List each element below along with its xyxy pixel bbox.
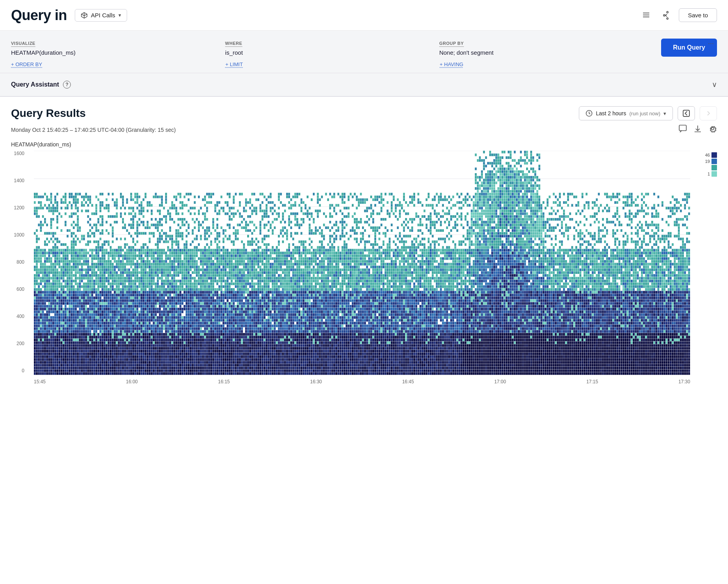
query-builder: VISUALIZE HEATMAP(duration_ms) WHERE is_… — [0, 31, 728, 73]
download-icon — [693, 124, 702, 133]
dataset-label: API Calls — [91, 12, 115, 18]
next-result-button[interactable] — [700, 106, 717, 120]
share-button[interactable] — [659, 9, 673, 22]
query-assistant-label-group: Query Assistant ? — [11, 81, 71, 89]
time-range-button[interactable]: Last 2 hours (run just now) ▾ — [579, 106, 673, 120]
dropdown-chevron-icon: ▾ — [118, 12, 121, 18]
download-button[interactable] — [693, 124, 702, 135]
x-label-1645: 16:45 — [402, 379, 414, 384]
results-header: Query Results Last 2 hours (run just now… — [11, 106, 717, 120]
y-label-1000: 1000 — [14, 232, 24, 238]
x-label-1615: 16:15 — [218, 379, 230, 384]
query-extras-row: + ORDER BY + LIMIT + HAVING — [11, 61, 717, 67]
y-axis: 1600 1400 1200 1000 800 600 400 200 0 — [11, 151, 28, 384]
legend-swatch-1 — [711, 171, 717, 177]
group-by-value[interactable]: None; don't segment — [439, 49, 653, 56]
collapse-chevron-icon: ∨ — [712, 80, 717, 89]
where-value[interactable]: is_root — [225, 49, 439, 56]
app-header: Query in API Calls ▾ Save to — [0, 0, 728, 31]
results-title: Query Results — [11, 107, 86, 120]
y-label-200: 200 — [17, 341, 24, 346]
legend-value-1: 1 — [708, 172, 710, 176]
x-label-1630: 16:30 — [310, 379, 322, 384]
limit-button[interactable]: + LIMIT — [225, 61, 440, 67]
x-label-1700: 17:00 — [494, 379, 506, 384]
more-options-button[interactable]: ··· — [705, 38, 717, 49]
dataset-dropdown[interactable]: API Calls ▾ — [75, 9, 127, 22]
clock-icon — [586, 110, 593, 117]
legend-item-46: 46 — [705, 152, 717, 158]
query-assistant-label: Query Assistant — [11, 81, 59, 88]
x-label-1600: 16:00 — [126, 379, 138, 384]
settings-icon — [708, 124, 717, 133]
heatmap-container: 1600 1400 1200 1000 800 600 400 200 0 — [11, 151, 717, 384]
x-label-1545: 15:45 — [34, 379, 46, 384]
legend-item-mid — [710, 165, 717, 170]
group-by-label: GROUP BY — [439, 41, 464, 47]
settings-button[interactable] — [708, 124, 717, 135]
svg-rect-4 — [683, 110, 689, 116]
chart-action-icons — [678, 124, 717, 135]
y-label-800: 800 — [17, 259, 24, 265]
y-label-1200: 1200 — [14, 205, 24, 211]
x-label-1715: 17:15 — [586, 379, 598, 384]
header-actions: Save to — [639, 8, 717, 22]
help-icon: ? — [63, 81, 71, 89]
where-label: WHERE — [225, 41, 242, 47]
query-assistant-section[interactable]: Query Assistant ? ∨ — [0, 73, 728, 96]
share-icon — [661, 11, 670, 20]
heatmap-canvas — [34, 151, 690, 375]
time-range-chevron-icon: ▾ — [663, 111, 666, 116]
results-section: Query Results Last 2 hours (run just now… — [0, 97, 728, 384]
y-label-1400: 1400 — [14, 178, 24, 183]
legend-swatch-46 — [711, 152, 717, 158]
legend-value-46: 46 — [705, 153, 710, 157]
x-axis: 15:45 16:00 16:15 16:30 16:45 17:00 17:1… — [34, 377, 690, 384]
y-label-600: 600 — [17, 286, 24, 292]
cube-icon — [81, 12, 88, 19]
legend-item-19: 19 — [705, 159, 717, 164]
x-label-1730: 17:30 — [678, 379, 690, 384]
chart-meta-row: Monday Oct 2 15:40:25 – 17:40:25 UTC-04:… — [11, 124, 717, 135]
legend-swatch-mid — [711, 165, 717, 170]
time-range-label: Last 2 hours — [596, 110, 626, 116]
legend-swatch-19 — [711, 159, 717, 164]
query-builder-row: VISUALIZE HEATMAP(duration_ms) WHERE is_… — [11, 38, 717, 57]
page-title: Query in — [11, 7, 67, 24]
chart-time-range: Monday Oct 2 15:40:25 – 17:40:25 UTC-04:… — [11, 127, 176, 133]
heatmap-label: HEATMAP(duration_ms) — [11, 141, 717, 148]
comment-button[interactable] — [678, 124, 687, 135]
y-label-400: 400 — [17, 314, 24, 319]
prev-arrow-icon — [683, 110, 690, 117]
heatmap-canvas-wrapper: 15:45 16:00 16:15 16:30 16:45 17:00 17:1… — [34, 151, 690, 384]
visualize-label: VISUALIZE — [11, 41, 35, 47]
list-icon — [642, 11, 650, 20]
having-button[interactable]: + HAVING — [440, 61, 654, 67]
ellipsis-icon: ··· — [708, 39, 714, 47]
visualize-col: VISUALIZE HEATMAP(duration_ms) — [11, 38, 225, 57]
results-controls: Last 2 hours (run just now) ▾ — [579, 106, 717, 120]
next-arrow-icon — [705, 110, 712, 117]
list-view-button[interactable] — [639, 9, 653, 22]
legend-item-1: 1 — [708, 171, 717, 177]
svg-rect-5 — [679, 125, 686, 131]
y-label-1600: 1600 — [14, 151, 24, 156]
legend-value-19: 19 — [705, 159, 710, 164]
prev-result-button[interactable] — [678, 106, 695, 120]
group-by-col: GROUP BY None; don't segment — [439, 38, 653, 57]
visualize-value[interactable]: HEATMAP(duration_ms) — [11, 49, 225, 56]
run-note: (run just now) — [629, 111, 660, 116]
where-col: WHERE is_root — [225, 38, 439, 57]
save-to-button[interactable]: Save to — [679, 8, 717, 22]
heatmap-legend: 46 19 1 — [697, 151, 717, 384]
comment-icon — [678, 124, 687, 133]
order-by-button[interactable]: + ORDER BY — [11, 61, 225, 67]
y-label-0: 0 — [22, 368, 24, 373]
